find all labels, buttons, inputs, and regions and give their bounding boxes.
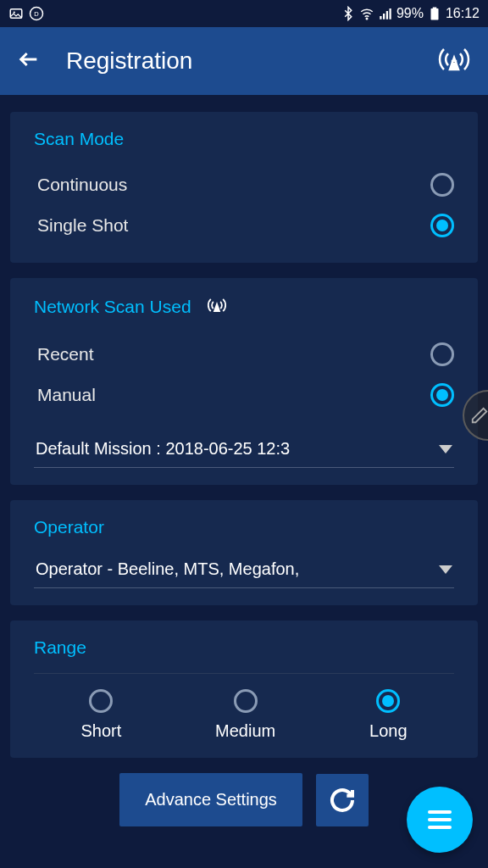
app-header: Registration (0, 27, 488, 95)
menu-fab[interactable] (407, 787, 473, 853)
radio-label: Recent (37, 344, 94, 364)
wifi-icon (359, 6, 374, 21)
range-label: Short (80, 721, 121, 741)
range-medium[interactable]: Medium (215, 689, 275, 741)
chevron-down-icon (439, 565, 452, 574)
radio-icon (89, 689, 113, 713)
bluetooth-icon (341, 6, 356, 21)
radio-label: Continuous (37, 175, 127, 195)
svg-text:D: D (34, 10, 39, 18)
mission-dropdown[interactable]: Default Mission : 2018-06-25 12:3 (34, 432, 454, 468)
status-bar: D 99% 16:12 (0, 0, 488, 27)
scan-mode-card: Scan Mode Continuous Single Shot (10, 112, 478, 263)
svg-rect-9 (430, 8, 438, 20)
antenna-small-icon (207, 295, 227, 319)
scan-mode-title: Scan Mode (34, 129, 454, 149)
operator-card: Operator Operator - Beeline, MTS, Megafo… (10, 500, 478, 605)
radio-label: Manual (37, 385, 96, 405)
dropdown-value: Operator - Beeline, MTS, Megafon, (36, 559, 299, 579)
page-title: Registration (66, 47, 412, 75)
radio-icon (430, 214, 454, 237)
range-card: Range Short Medium Long (10, 620, 478, 758)
network-scan-card: Network Scan Used Recent Manual Default … (10, 278, 478, 485)
range-label: Long (369, 721, 408, 741)
radio-label: Single Shot (37, 215, 128, 236)
svg-rect-7 (386, 11, 388, 19)
svg-point-4 (366, 18, 368, 19)
operator-title: Operator (34, 517, 454, 537)
radio-continuous[interactable]: Continuous (34, 164, 454, 205)
chevron-down-icon (439, 445, 452, 453)
hamburger-icon (428, 810, 452, 829)
battery-percent: 99% (396, 6, 424, 21)
radio-icon (430, 173, 454, 197)
range-label: Medium (215, 721, 275, 741)
svg-rect-5 (380, 16, 381, 19)
operator-dropdown[interactable]: Operator - Beeline, MTS, Megafon, (34, 553, 454, 588)
radio-icon (430, 342, 454, 366)
signal-icon (378, 6, 393, 21)
gallery-icon (8, 6, 24, 21)
radio-icon (430, 383, 454, 407)
radio-single-shot[interactable]: Single Shot (34, 205, 454, 246)
reload-icon (329, 787, 356, 814)
pencil-icon (470, 406, 488, 425)
svg-rect-8 (389, 8, 391, 19)
range-short[interactable]: Short (80, 689, 121, 741)
svg-rect-6 (383, 14, 385, 19)
back-button[interactable] (17, 47, 41, 75)
reload-button[interactable] (316, 774, 369, 826)
dropdown-value: Default Mission : 2018-06-25 12:3 (36, 439, 290, 459)
battery-icon (427, 6, 442, 21)
svg-rect-11 (452, 61, 456, 64)
radio-icon (376, 689, 400, 713)
time: 16:12 (446, 6, 480, 21)
app-icon: D (29, 6, 44, 21)
network-scan-title: Network Scan Used (34, 297, 191, 317)
svg-rect-10 (433, 8, 437, 9)
antenna-icon[interactable] (437, 42, 471, 80)
radio-recent[interactable]: Recent (34, 334, 454, 375)
advance-settings-button[interactable]: Advance Settings (119, 773, 302, 826)
range-long[interactable]: Long (369, 689, 408, 741)
range-title: Range (34, 637, 454, 658)
radio-manual[interactable]: Manual (34, 375, 454, 415)
radio-icon (234, 689, 258, 713)
